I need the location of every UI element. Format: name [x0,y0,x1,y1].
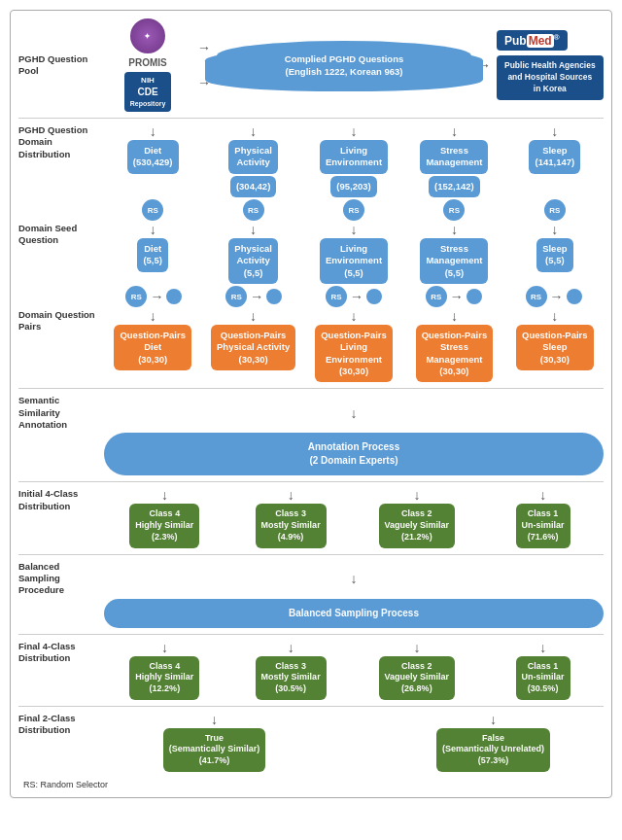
final4-class-2: ↓ Class 2 Vaguely Similar (26.8%) [357,641,478,700]
final4-class-1-box: Class 1 Un-similar (30.5%) [516,656,570,700]
pairs-activity-box: Question-Pairs Physical Activity (30,30) [211,325,295,370]
sleep-dist-box: Sleep(141,147) [529,140,580,174]
pairs-label: Domain Question Pairs [18,309,104,333]
seed-activity-box: Physical Activity (5,5) [228,238,278,284]
rs-circle-2: RS [243,199,264,221]
pairs-stress-box: Question-Pairs Stress Management (30,30) [416,325,494,382]
final2-label: Final 2-Class Distribution [18,713,104,737]
seed-diet-box: Diet (5,5) [137,238,168,272]
final4-classes-row: ↓ Class 4 Highly Similar (12.2%) ↓ Class… [104,641,604,700]
initial-class-1: ↓ Class 1 Un-similar (71.6%) [482,488,604,547]
rs-row-1: RS RS RS RS RS [104,199,604,221]
activity-dist-val: (304,42) [230,176,276,197]
arrow-rs-4: → [450,289,464,304]
rs-circle-1: RS [142,199,163,221]
dot-5 [567,289,582,304]
annotation-pill: Annotation Process (2 Domain Experts) [104,433,604,475]
final2-classes-row: ↓ True (Semantically Similar) (41.7%) ↓ … [104,713,604,772]
pghd-pool-label: PGHD Question Pool [18,53,104,78]
seed-activity: ↓ Physical Activity (5,5) [204,223,301,284]
final2-true: ↓ True (Semantically Similar) (41.7%) [104,713,325,772]
initial-class-2: ↓ Class 2 Vaguely Similar (21.2%) [357,488,478,547]
promis-logo: ✦ PROMIS [128,18,166,68]
final4-class-2-box: Class 2 Vaguely Similar (26.8%) [379,656,456,700]
seed-living-box: Living Environment (5,5) [320,238,388,284]
living-dist-val: (95,203) [330,176,376,197]
initial-class-4: ↓ Class 4 Highly Similar (2.3%) [104,488,225,547]
seed-stress: ↓ Stress Management (5,5) [405,223,502,284]
stress-dist-val: (152,142) [429,176,480,197]
final2-false-box: False (Semantically Unrelated) (57.3%) [436,728,550,772]
activity-dist-box: Physical Activity [228,140,278,174]
promis-label: PROMIS [128,57,166,68]
final4-class-4: ↓ Class 4 Highly Similar (12.2%) [104,641,225,700]
final4-class-3: ↓ Class 3 Mostly Similar (30.5%) [230,641,352,700]
initial-class-2-box: Class 2 Vaguely Similar (21.2%) [379,504,456,547]
final4-class-3-box: Class 3 Mostly Similar (30.5%) [256,656,327,700]
pubmed-logo: PubMed® [497,30,568,51]
arrow-left-bottom: → [197,75,211,90]
domain-activity-dist: ↓ Physical Activity (304,42) [204,124,301,197]
rs-circle-bottom-5: RS [526,286,547,307]
final4-label: Final 4-Class Distribution [18,641,104,665]
arrow-left-top: → [197,40,211,55]
domain-stress-dist: ↓ Stress Management (152,142) [405,124,502,197]
pairs-diet: ↓ Question-Pairs Diet (30,30) [104,309,201,370]
arrow-right: → [477,57,491,73]
seed-sleep-box: Sleep (5,5) [536,238,572,272]
final4-class-1: ↓ Class 1 Un-similar (30.5%) [482,641,604,700]
pairs-sleep: ↓ Question-Pairs Sleep (30,30) [506,309,604,370]
seed-row: ↓ Diet (5,5) ↓ Physical Activity (5,5) ↓… [104,223,604,284]
pairs-row: ↓ Question-Pairs Diet (30,30) ↓ Question… [104,309,604,382]
diet-dist-box: Diet(530,429) [127,140,179,174]
korea-sources-box: Public Health Agencies and Hospital Sour… [497,55,604,100]
dot-2 [266,289,282,304]
dot-3 [366,289,382,304]
initial-class-3: ↓ Class 3 Mostly Similar (4.9%) [230,488,352,547]
seed-sleep: ↓ Sleep (5,5) [506,223,604,272]
rs-circle-bottom-2: RS [225,286,247,307]
rs-circle-bottom-4: RS [426,286,447,307]
domain-dist-label: PGHD Question Domain Distribution [18,124,104,160]
pairs-diet-box: Question-Pairs Diet (30,30) [114,325,191,370]
dot-1 [166,289,182,304]
dot-4 [466,289,482,304]
initial-class-1-box: Class 1 Un-similar (71.6%) [516,504,570,547]
initial-class-3-box: Class 3 Mostly Similar (4.9%) [256,504,327,547]
final2-false: ↓ False (Semantically Unrelated) (57.3%) [383,713,604,772]
arrow-rs-3: → [350,289,363,304]
seed-stress-box: Stress Management (5,5) [420,238,488,284]
final2-true-box: True (Semantically Similar) (41.7%) [163,728,266,772]
initial-dist-label: Initial 4-Class Distribution [18,488,104,512]
arrow-rs-1: → [150,289,163,304]
footnote: RS: Random Selector [18,780,604,789]
pairs-living: ↓ Question-Pairs Living Environment (30,… [305,309,402,382]
annotation-label: Semantic Similarity Annotation [18,395,104,431]
rs-circle-bottom-3: RS [326,286,347,307]
stress-dist-box: Stress Management [420,140,488,174]
seed-label: Domain Seed Question [18,223,104,247]
nih-cde-box: NIH CDE Repository [124,72,172,112]
rs-circle-bottom-1: RS [125,286,147,307]
arrow-rs-5: → [550,289,564,304]
initial-class-4-box: Class 4 Highly Similar (2.3%) [129,504,199,547]
pghd-cloud: Complied PGHD Questions (English 1222, K… [217,41,471,90]
initial-classes-row: ↓ Class 4 Highly Similar (2.3%) ↓ Class … [104,488,604,547]
sampling-pill: Balanced Sampling Process [104,599,604,628]
domain-diet-dist: ↓ Diet(530,429) [104,124,201,174]
rs-circle-4: RS [443,199,465,221]
pairs-sleep-box: Question-Pairs Sleep (30,30) [516,325,594,370]
living-dist-box: Living Environment [320,140,388,174]
rs-circle-5: RS [544,199,566,221]
domain-living-dist: ↓ Living Environment (95,203) [305,124,402,197]
final4-class-4-box: Class 4 Highly Similar (12.2%) [129,656,199,700]
domain-dist-row: ↓ Diet(530,429) ↓ Physical Activity (304… [104,124,604,197]
seed-living: ↓ Living Environment (5,5) [305,223,402,284]
rs-circle-3: RS [343,199,364,221]
pairs-activity: ↓ Question-Pairs Physical Activity (30,3… [204,309,301,370]
domain-sleep-dist: ↓ Sleep(141,147) [506,124,604,174]
seed-diet: ↓ Diet (5,5) [104,223,201,272]
pairs-living-box: Question-Pairs Living Environment (30,30… [315,325,393,382]
pairs-stress: ↓ Question-Pairs Stress Management (30,3… [405,309,502,382]
arrow-rs-2: → [250,289,263,304]
